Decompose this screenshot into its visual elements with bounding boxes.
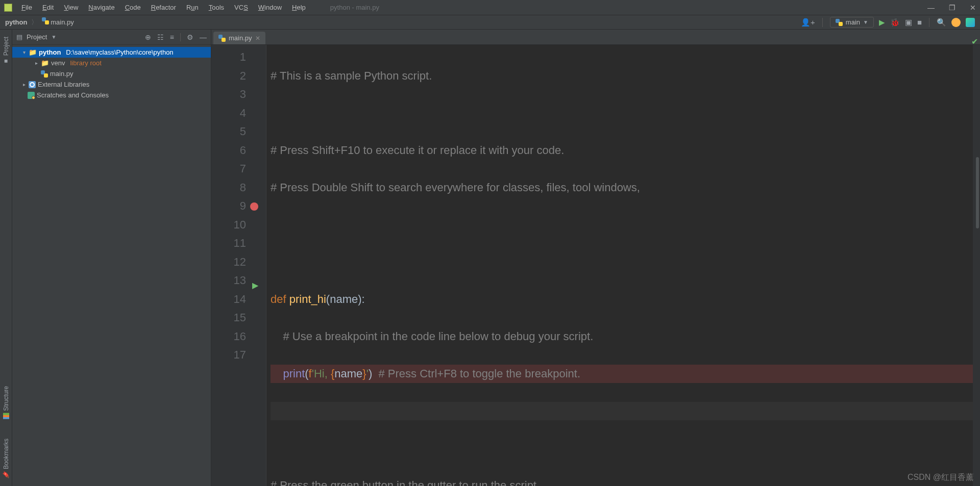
tree-file-name: main.py (50, 70, 74, 78)
editor-tab-name: main.py (229, 34, 252, 42)
watermark: CSDN @红目香薰 (908, 472, 974, 483)
main-menu: File Edit View Navigate Code Refactor Ru… (17, 3, 310, 12)
analysis-ok-icon[interactable]: ✔ (971, 45, 978, 52)
breakpoint-icon[interactable] (250, 202, 258, 211)
tree-mainpy[interactable]: main.py (12, 68, 211, 79)
menu-run[interactable]: Run (182, 3, 203, 12)
window-controls: — ❐ ✕ (927, 4, 976, 12)
close-tab-icon[interactable]: ✕ (255, 35, 260, 42)
avatar[interactable] (951, 18, 961, 27)
run-config-name: main (846, 18, 860, 26)
minimize-button[interactable]: — (927, 4, 935, 12)
project-sidebar: ▤ Project ▼ ⊕ ☷ ≡ ⚙ — ▾ 📁 python D:\save… (12, 30, 211, 486)
tree-venv-name: venv (51, 59, 65, 67)
tree-venv[interactable]: ▸ 📁 venv library root (12, 58, 211, 68)
toolbar-separator (929, 18, 929, 27)
editor-right-margin: ✔ (973, 45, 980, 486)
separator (180, 33, 181, 41)
tree-root-name: python (39, 48, 61, 56)
python-icon (836, 19, 843, 26)
collapse-all-icon[interactable]: ≡ (170, 33, 174, 41)
menu-window[interactable]: Window (254, 3, 286, 12)
project-view-selector[interactable]: ▼ (51, 34, 56, 40)
maximize-button[interactable]: ❐ (949, 4, 955, 12)
tree-scratches[interactable]: Scratches and Consoles (12, 90, 211, 100)
menu-refactor[interactable]: Refactor (147, 3, 180, 12)
editor-area: main.py ✕ 12345678 9 101112 13▶ 14151617… (211, 30, 980, 486)
nav-bar: python 〉 main.py 👤+ main ▼ ▶ 🐞 ▣ ■ 🔍 (0, 15, 980, 30)
toolbar-right: 👤+ main ▼ ▶ 🐞 ▣ ■ 🔍 (801, 17, 975, 28)
menu-vcs[interactable]: VCS (230, 3, 252, 12)
left-tool-strip: ■Project Structure 🔖Bookmarks (0, 30, 12, 486)
select-opened-file-icon[interactable]: ⊕ (145, 33, 151, 41)
tree-twisty-icon[interactable]: ▸ (34, 60, 39, 66)
external-libraries-icon (29, 81, 36, 88)
toolbar-separator (822, 18, 823, 27)
python-file-icon (218, 35, 226, 42)
hide-button[interactable]: — (200, 33, 207, 41)
bookmarks-tool-button[interactable]: 🔖Bookmarks (3, 437, 10, 481)
editor-tabs: main.py ✕ (211, 30, 980, 45)
breadcrumb-project[interactable]: python (5, 18, 27, 26)
python-file-icon (41, 70, 48, 78)
menu-edit[interactable]: Edit (38, 3, 58, 12)
menu-help[interactable]: Help (288, 3, 310, 12)
code-editor[interactable]: 12345678 9 101112 13▶ 14151617 # This is… (211, 45, 980, 486)
breadcrumb-sep: 〉 (31, 18, 38, 26)
code-with-me-icon[interactable] (966, 18, 975, 27)
tree-ext-name: External Libraries (38, 81, 89, 88)
line-gutter: 12345678 9 101112 13▶ 14151617 (211, 45, 256, 486)
project-tree: ▾ 📁 python D:\save\myclass\Python\core\p… (12, 45, 211, 103)
add-user-icon[interactable]: 👤+ (801, 18, 815, 27)
library-root-tag: library root (70, 59, 101, 67)
gear-icon[interactable]: ⚙ (187, 33, 193, 41)
window-title: python - main.py (330, 4, 379, 11)
menu-navigate[interactable]: Navigate (84, 3, 118, 12)
scratches-icon (28, 92, 35, 99)
coverage-button[interactable]: ▣ (905, 18, 912, 27)
run-button[interactable]: ▶ (879, 18, 885, 27)
tree-twisty-icon[interactable]: ▸ (21, 82, 27, 87)
menu-file[interactable]: File (17, 3, 36, 12)
expand-all-icon[interactable]: ☷ (157, 33, 164, 41)
python-file-icon (42, 17, 49, 24)
debug-button[interactable]: 🐞 (890, 18, 900, 27)
app-icon (4, 4, 12, 12)
structure-tool-button[interactable]: Structure (3, 384, 10, 421)
stop-button[interactable]: ■ (917, 18, 922, 27)
run-gutter-icon[interactable]: ▶ (252, 276, 258, 295)
run-config-selector[interactable]: main ▼ (830, 17, 874, 28)
scroll-indicator[interactable] (976, 157, 979, 228)
folder-icon: 📁 (41, 59, 49, 67)
close-button[interactable]: ✕ (970, 4, 976, 12)
title-bar: File Edit View Navigate Code Refactor Ru… (0, 0, 980, 15)
breadcrumb[interactable]: python 〉 main.py (5, 17, 74, 27)
menu-code[interactable]: Code (121, 3, 145, 12)
tree-twisty-icon[interactable]: ▾ (21, 49, 27, 55)
project-tools: ⊕ ☷ ≡ ⚙ — (145, 33, 207, 41)
project-tool-button[interactable]: ■Project (3, 35, 10, 67)
tree-root[interactable]: ▾ 📁 python D:\save\myclass\Python\core\p… (12, 47, 211, 58)
code-content[interactable]: # This is a sample Python script. # Pres… (266, 45, 973, 486)
tree-scratches-name: Scratches and Consoles (37, 91, 109, 99)
tree-external-libs[interactable]: ▸ External Libraries (12, 79, 211, 90)
gutter-extra (256, 45, 266, 486)
tree-root-path: D:\save\myclass\Python\core\python (66, 48, 173, 56)
project-icon: ▤ (16, 33, 22, 41)
project-title[interactable]: Project (27, 33, 47, 41)
editor-tab-mainpy[interactable]: main.py ✕ (213, 32, 265, 44)
search-everywhere-button[interactable]: 🔍 (937, 18, 946, 27)
menu-view[interactable]: View (60, 3, 82, 12)
project-header: ▤ Project ▼ ⊕ ☷ ≡ ⚙ — (12, 30, 211, 45)
chevron-down-icon: ▼ (863, 19, 868, 25)
breadcrumb-file[interactable]: main.py (51, 18, 74, 26)
folder-icon: 📁 (29, 48, 37, 56)
menu-tools[interactable]: Tools (205, 3, 228, 12)
